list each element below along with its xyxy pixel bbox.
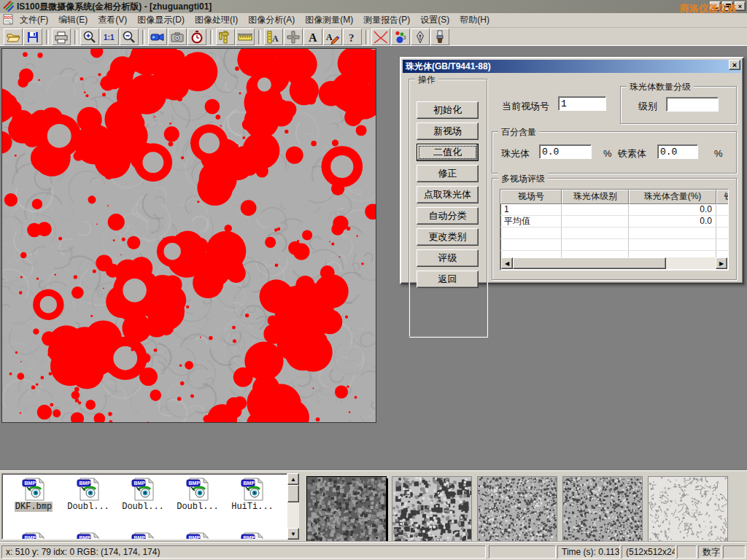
svg-text:A: A [326, 32, 333, 42]
operate-button-5[interactable]: 自动分类 [417, 207, 479, 225]
table-column-3[interactable]: 铁素体含量(%) [716, 190, 729, 204]
picker-icon[interactable] [411, 28, 430, 45]
annotate-icon[interactable]: A [323, 28, 342, 45]
metallographic-image[interactable] [2, 49, 376, 422]
zoom-out-icon[interactable] [120, 28, 139, 45]
operate-button-3[interactable]: 修正 [417, 165, 479, 182]
file-item-2[interactable]: BMPDoubl... [117, 478, 169, 512]
brush-icon[interactable] [430, 28, 449, 45]
menu-item-1[interactable]: 编辑(E) [53, 12, 93, 28]
help-icon[interactable]: ? [343, 28, 362, 45]
menu-item-6[interactable]: 图像测量(M) [300, 12, 358, 28]
file-item-0[interactable]: BMPDKF.bmp [8, 478, 59, 512]
zoom-in-icon[interactable] [80, 28, 99, 45]
timer-icon[interactable] [187, 28, 206, 45]
file-item-row2-1[interactable]: BMP [63, 532, 114, 540]
table-row-1[interactable]: 平均值0.0 [500, 216, 729, 228]
thumbnail-strip [301, 472, 747, 541]
svg-text:A: A [309, 31, 317, 44]
scrollbar-thumb[interactable] [287, 485, 299, 502]
curve-icon[interactable] [371, 28, 390, 45]
svg-text:BMP: BMP [244, 535, 255, 540]
file-item-1[interactable]: BMPDoubl... [63, 478, 114, 512]
file-item-3[interactable]: BMPDoubl... [172, 478, 223, 512]
file-item-row2-0[interactable]: BMP [8, 532, 59, 540]
close-button[interactable]: × [735, 1, 746, 11]
scrollbar-thumb[interactable] [513, 257, 666, 269]
scroll-left-icon[interactable]: ◀ [501, 257, 513, 269]
percent-input-0[interactable] [539, 144, 592, 159]
scroll-up-icon[interactable]: ▲ [287, 473, 299, 485]
file-item-row2-3[interactable]: BMP [172, 532, 223, 540]
sample-thumbnail-1[interactable] [392, 476, 472, 542]
table-cell [562, 228, 629, 239]
file-item-row2-4[interactable]: BMP [227, 532, 278, 540]
operate-group: 操作 初始化新视场二值化修正点取珠光体自动分类更改类别评级返回 [409, 79, 487, 337]
menu-item-5[interactable]: 图像分析(A) [243, 12, 300, 28]
menu-item-8[interactable]: 设置(S) [415, 12, 454, 28]
menu-item-7[interactable]: 测量报告(P) [358, 12, 415, 28]
percent-unit-1: % [714, 148, 723, 159]
sample-thumbnail-3[interactable] [562, 476, 643, 542]
operate-button-2[interactable]: 二值化 [417, 144, 479, 161]
document-icon[interactable]: DOC [2, 13, 15, 28]
table-row-2[interactable] [500, 228, 729, 239]
menu-item-3[interactable]: 图像显示(D) [132, 12, 190, 28]
dialog-close-icon[interactable]: × [729, 60, 740, 70]
table-column-2[interactable]: 珠光体含量(%) [629, 190, 716, 204]
menu-item-0[interactable]: 文件(F) [15, 12, 53, 28]
classify-icon[interactable]: 3 [391, 28, 410, 45]
caliper-icon[interactable] [216, 28, 235, 45]
table-column-0[interactable]: 视场号 [500, 190, 562, 204]
grade-input[interactable] [666, 97, 719, 112]
file-item-row2-2[interactable]: BMP [117, 532, 169, 540]
table-row-0[interactable]: 10.0 [500, 204, 729, 216]
capture-icon[interactable] [168, 28, 187, 45]
image-viewport[interactable] [1, 48, 376, 423]
table-body[interactable]: 10.0平均值0.0 [500, 204, 729, 260]
merge-icon[interactable] [284, 28, 303, 45]
operate-button-4[interactable]: 点取珠光体 [417, 186, 479, 203]
restore-button[interactable] [722, 1, 733, 11]
menu-item-4[interactable]: 图像处理(I) [190, 12, 243, 28]
sample-thumbnail-0[interactable] [306, 476, 387, 542]
table-row-3[interactable] [500, 239, 729, 251]
current-field-input[interactable] [558, 96, 606, 111]
status-panel-empty-1 [489, 545, 556, 559]
operate-legend: 操作 [415, 74, 438, 86]
window-title: IS100显微摄像系统(金相分析版) - [zhuguangti01] [17, 1, 212, 13]
sample-thumbnail-4[interactable] [648, 476, 728, 542]
percent-input-1[interactable] [657, 144, 698, 159]
print-icon[interactable] [52, 28, 71, 45]
multifield-table[interactable]: 视场号珠光体级别珠光体含量(%)铁素体含量(%) 10.0平均值0.0 ◀ ▶ [500, 189, 729, 271]
operate-button-1[interactable]: 新视场 [417, 122, 479, 140]
open-icon[interactable] [4, 28, 23, 45]
file-item-4[interactable]: BMPHuiTi... [227, 478, 278, 512]
ruler-icon[interactable] [236, 28, 255, 45]
text-icon[interactable]: A [303, 28, 322, 45]
dialog-title-bar[interactable]: 珠光体(GB/T9441-88) [403, 60, 741, 73]
save-icon[interactable] [23, 28, 42, 45]
operate-button-7[interactable]: 评级 [417, 249, 479, 267]
table-column-1[interactable]: 珠光体级别 [562, 190, 629, 204]
operate-button-0[interactable]: 初始化 [417, 101, 479, 119]
file-name[interactable]: Doubl... [66, 502, 110, 512]
menu-item-2[interactable]: 查看(V) [93, 12, 132, 28]
file-name[interactable]: Doubl... [176, 502, 220, 512]
operate-button-6[interactable]: 更改类别 [417, 228, 479, 246]
measure-text-icon[interactable]: A [264, 28, 283, 45]
file-list[interactable]: BMPDKF.bmpBMPDoubl...BMPDoubl...BMPDoubl… [1, 473, 287, 540]
menu-item-9[interactable]: 帮助(H) [454, 12, 495, 28]
video-camera-icon[interactable] [148, 28, 167, 45]
sample-thumbnail-2[interactable] [477, 476, 557, 542]
actual-size-icon[interactable]: 1:1 [100, 28, 119, 45]
table-horizontal-scrollbar[interactable]: ◀ ▶ [501, 257, 727, 269]
scroll-down-icon[interactable]: ▼ [287, 528, 299, 540]
file-name[interactable]: DKF.bmp [15, 502, 53, 512]
file-name[interactable]: HuiTi... [231, 502, 274, 512]
file-list-scrollbar[interactable]: ▲ ▼ [287, 473, 299, 540]
minimize-button[interactable] [710, 1, 721, 11]
file-name[interactable]: Doubl... [121, 502, 165, 512]
scroll-right-icon[interactable]: ▶ [716, 257, 727, 269]
operate-button-8[interactable]: 返回 [417, 271, 479, 288]
